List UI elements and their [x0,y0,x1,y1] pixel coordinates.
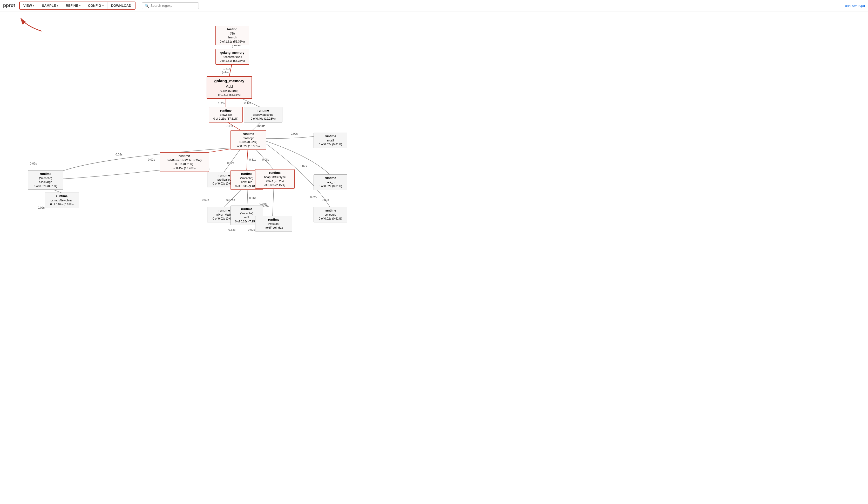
svg-text:0.40s: 0.40s [244,101,251,104]
svg-text:0.02s: 0.02s [248,228,255,231]
svg-text:0.26s: 0.26s [228,198,235,202]
svg-text:0.02s: 0.02s [322,198,329,202]
svg-text:0.26s: 0.26s [249,196,256,199]
graph-area: 1.81s 1.81s (inline) 1.23s 0.40s 0.45s 0… [0,11,868,504]
header: pprof VIEW ▾ SAMPLE ▾ REFINE ▾ CONFIG ▾ … [0,0,868,11]
svg-text:0.45s: 0.45s [226,124,233,127]
search-icon: 🔍 [145,4,149,8]
node-runtime-gcmarknewobj[interactable]: runtime gcmarkNewobject 0 of 0.02s (0.61… [45,193,79,208]
node-runtime-alloclarge[interactable]: runtime (*mcache) allocLarge 0 of 0.02s … [28,170,63,190]
svg-line-28 [224,187,244,207]
nav-config[interactable]: CONFIG ▾ [84,2,107,9]
svg-text:0.05s: 0.05s [260,202,267,205]
svg-text:0.39s: 0.39s [258,124,265,127]
svg-text:0.02s: 0.02s [300,165,307,168]
node-runtime-schedule[interactable]: runtime schedule 0 of 0.02s (0.61%) [313,207,347,223]
svg-text:0.02s: 0.02s [38,206,45,209]
nav-refine-arrow: ▾ [79,4,81,7]
svg-line-17 [247,148,248,171]
svg-text:0.31s: 0.31s [249,158,256,161]
nav-config-arrow: ▾ [102,4,104,7]
svg-text:0.08s: 0.08s [262,158,269,161]
nav-download[interactable]: DOWNLOAD [107,2,135,9]
svg-text:0.02s: 0.02s [148,158,155,161]
svg-text:0.02s: 0.02s [291,132,298,135]
nav-sample[interactable]: SAMPLE ▾ [38,2,62,9]
svg-text:0.33s: 0.33s [228,228,236,231]
svg-text:1.23s: 1.23s [218,102,225,105]
node-runtime-bulkbarrier[interactable]: runtime bulkBarrierPreWriteSrcOnly 0.01s… [159,152,209,172]
node-runtime-nextfreeindex[interactable]: runtime (*mspan) nextFreeIndex [255,216,292,232]
svg-text:0.02s: 0.02s [115,153,123,156]
node-runtime-park-m[interactable]: runtime park_m 0 of 0.02s (0.61%) [313,174,347,190]
svg-text:1.81s: 1.81s [223,67,230,70]
node-runtime-mallocgc[interactable]: runtime mallocgc 0.03s (0.92%) of 0.62s … [230,130,266,150]
nav-view[interactable]: VIEW ▾ [20,2,38,9]
svg-line-32 [272,187,274,216]
svg-text:0.02s: 0.02s [202,198,209,202]
unknown-cpu-link[interactable]: unknown cpu [845,4,865,8]
search-box[interactable]: 🔍 [142,2,199,9]
node-runtime-mcall[interactable]: runtime mcall 0 of 0.02s (0.61%) [313,133,347,148]
node-testing-launch[interactable]: testing (*B) launch 0 of 1.81s (55.35%) [215,26,249,45]
nav-sample-arrow: ▾ [57,4,58,7]
svg-text:0.02s: 0.02s [227,162,234,165]
node-golang-benchmarkadd[interactable]: golang_memory BenchmarkAdd 0 of 1.81s (5… [215,49,249,65]
node-golang-add[interactable]: golang_memory Add 0.18s (5.50%) of 1.81s… [207,76,252,99]
nav-bar: VIEW ▾ SAMPLE ▾ REFINE ▾ CONFIG ▾ DOWNLO… [19,2,135,10]
svg-text:(inline): (inline) [222,71,230,74]
nav-view-arrow: ▾ [33,4,34,7]
node-runtime-slicebytetostring[interactable]: runtime slicebytetostring 0 of 0.40s (12… [244,107,282,123]
search-input[interactable] [151,4,196,8]
node-runtime-growslice[interactable]: runtime growslice 0 of 1.23s (37.61%) [209,107,243,123]
nav-refine[interactable]: REFINE ▾ [62,2,84,9]
node-runtime-heapbitssettype[interactable]: runtime heapBitsSetType 0.07s (2.14%) of… [255,169,294,189]
svg-line-15 [224,148,241,172]
svg-text:0.02s: 0.02s [30,162,37,165]
logo: pprof [3,3,15,8]
svg-text:0.02s: 0.02s [310,196,317,199]
